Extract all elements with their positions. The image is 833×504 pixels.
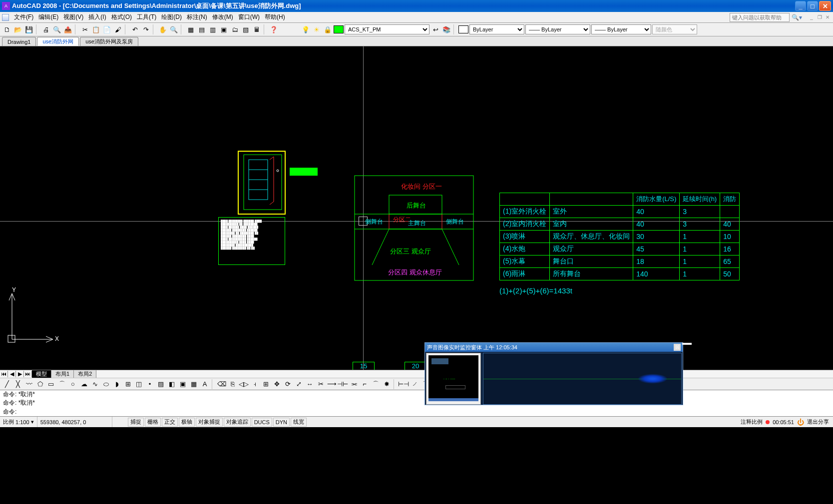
rect-button[interactable]: ▭ (46, 379, 56, 389)
stretch-button[interactable]: ↔ (305, 379, 315, 389)
menu-file[interactable]: 文件(F) (12, 12, 35, 22)
redo-button[interactable]: ↷ (141, 24, 151, 34)
menu-tools[interactable]: 工具(T) (135, 12, 158, 22)
xref-button[interactable]: ▣ (219, 24, 229, 34)
doc-close-button[interactable]: ✕ (824, 14, 831, 21)
toggle-otrack[interactable]: 对象追踪 (224, 418, 251, 427)
maximize-button[interactable]: □ (807, 1, 818, 11)
makeblock-button[interactable]: ◫ (134, 379, 144, 389)
erase-button[interactable]: ⌫ (217, 379, 227, 389)
zoom-button[interactable]: 🔍 (169, 24, 179, 34)
gradient-button[interactable]: ◧ (167, 379, 177, 389)
audio-monitor-window[interactable]: 声音图像实时监控窗体 上午 12:05:34 ☒ · ·· · ····· 音量 (424, 342, 683, 405)
new-button[interactable]: 🗋 (2, 24, 12, 34)
dimalign-button[interactable]: ⟋ (410, 379, 419, 389)
point-button[interactable]: • (145, 379, 155, 389)
menu-view[interactable]: 视图(V) (61, 12, 85, 22)
help-button[interactable]: ❓ (269, 24, 279, 34)
layout-nav-first[interactable]: ⏮ (0, 371, 8, 377)
explode-button[interactable]: ✸ (382, 379, 392, 389)
circle-button[interactable]: ○ (68, 379, 78, 389)
open-button[interactable]: 📂 (13, 24, 23, 34)
exit-share-button[interactable]: 退出分享 (807, 418, 829, 426)
layer-combo[interactable]: ACS_KT_PM (345, 24, 429, 34)
drawing-canvas[interactable]: ████ ████████ ██████ ██████████████ ██ █… (0, 46, 833, 370)
drawing-tab[interactable]: Drawing1 (2, 37, 36, 46)
layer-color-swatch[interactable] (334, 25, 344, 33)
menu-dim[interactable]: 标注(N) (185, 12, 209, 22)
dashboard-button[interactable]: ▧ (241, 24, 251, 34)
mirror-button[interactable]: ◁▷ (239, 379, 249, 389)
layout-tab[interactable]: 布局1 (51, 370, 74, 378)
toggle-lwt[interactable]: 线宽 (291, 418, 307, 427)
ellipsearc-button[interactable]: ◗ (112, 379, 122, 389)
menu-window[interactable]: 窗口(W) (236, 12, 262, 22)
status-annoscale[interactable]: 注释比例 (741, 418, 763, 426)
status-scale[interactable]: 比例 1:100 ▾ (0, 417, 37, 427)
array-button[interactable]: ⊞ (261, 379, 271, 389)
color-swatch[interactable] (458, 25, 468, 33)
mtext-button[interactable]: A (200, 379, 210, 389)
dimlinear-button[interactable]: ⊢⊣ (399, 379, 409, 389)
spline-button[interactable]: ∿ (90, 379, 100, 389)
layout-nav-last[interactable]: ⏭ (24, 371, 32, 377)
toggle-polar[interactable]: 极轴 (179, 418, 195, 427)
layer-freeze-icon[interactable]: ☀ (312, 24, 322, 34)
plotstyle-combo[interactable]: 随颜色 (652, 24, 697, 34)
lineweight-combo[interactable]: —— ByLayer (591, 24, 651, 34)
offset-button[interactable]: ⫞ (250, 379, 260, 389)
help-search-input[interactable] (730, 13, 790, 22)
break-button[interactable]: ⊣⊢ (338, 379, 348, 389)
cut-button[interactable]: ✂ (80, 24, 90, 34)
layer-manager-button[interactable]: 📚 (441, 24, 451, 34)
table-button[interactable]: ▤ (197, 24, 207, 34)
arc-button[interactable]: ⌒ (57, 379, 67, 389)
matchprop-button[interactable]: 🖌 (113, 24, 123, 34)
toggle-dyn[interactable]: DYN (273, 418, 290, 427)
drawing-tab[interactable]: use消防外网 (37, 37, 79, 46)
layout-nav-prev[interactable]: ◀ (8, 371, 16, 377)
region-button[interactable]: ▣ (178, 379, 188, 389)
copy-button[interactable]: 📋 (91, 24, 101, 34)
toggle-ortho[interactable]: 正交 (162, 418, 178, 427)
paste-button[interactable]: 📄 (102, 24, 112, 34)
block-editor-button[interactable]: ▦ (186, 24, 196, 34)
toggle-snap[interactable]: 捕捉 (128, 418, 144, 427)
doc-restore-button[interactable]: ❐ (816, 14, 823, 21)
xline-button[interactable]: ╳ (13, 379, 23, 389)
fillet-button[interactable]: ⌒ (371, 379, 381, 389)
insert-button[interactable]: ⊞ (123, 379, 133, 389)
layout-tab-model[interactable]: 模型 (32, 370, 51, 378)
chamfer-button[interactable]: ⌐ (360, 379, 370, 389)
ellipse-button[interactable]: ⬭ (101, 379, 111, 389)
sheet-button[interactable]: ▥ (208, 24, 218, 34)
copy-button2[interactable]: ⎘ (228, 379, 238, 389)
print-button[interactable]: 🖨 (41, 24, 51, 34)
layout-nav-next[interactable]: ▶ (16, 371, 24, 377)
hatch-button[interactable]: ▨ (156, 379, 166, 389)
pan-button[interactable]: ✋ (158, 24, 168, 34)
layer-lock-icon[interactable]: 🔒 (323, 24, 333, 34)
menu-insert[interactable]: 插入(I) (86, 12, 108, 22)
help-search-icon[interactable]: 🔍▾ (792, 14, 802, 21)
preview-button[interactable]: 🔍 (52, 24, 62, 34)
layer-prev-button[interactable]: ↩ (430, 24, 440, 34)
linetype-combo[interactable]: —— ByLayer (525, 24, 590, 34)
undo-button[interactable]: ↶ (130, 24, 140, 34)
power-icon[interactable]: ⏻ (797, 418, 804, 426)
join-button[interactable]: ⫘ (349, 379, 359, 389)
menu-draw[interactable]: 绘图(D) (159, 12, 184, 22)
scale-button[interactable]: ⤢ (294, 379, 304, 389)
table-button2[interactable]: ▦ (189, 379, 199, 389)
toggle-ducs[interactable]: DUCS (252, 418, 272, 427)
toolpalette-button[interactable]: 🗂 (230, 24, 240, 34)
revcloud-button[interactable]: ☁ (79, 379, 89, 389)
polygon-button[interactable]: ⬠ (35, 379, 45, 389)
toggle-grid[interactable]: 栅格 (145, 418, 161, 427)
doc-minimize-button[interactable]: _ (808, 14, 815, 21)
command-window[interactable]: 命令: *取消* 命令: *取消* 命令: (0, 390, 833, 416)
rotate-button[interactable]: ⟳ (283, 379, 293, 389)
save-button[interactable]: 💾 (24, 24, 34, 34)
calc-button[interactable]: 🖩 (252, 24, 262, 34)
layer-state-icon[interactable]: 💡 (301, 24, 311, 34)
